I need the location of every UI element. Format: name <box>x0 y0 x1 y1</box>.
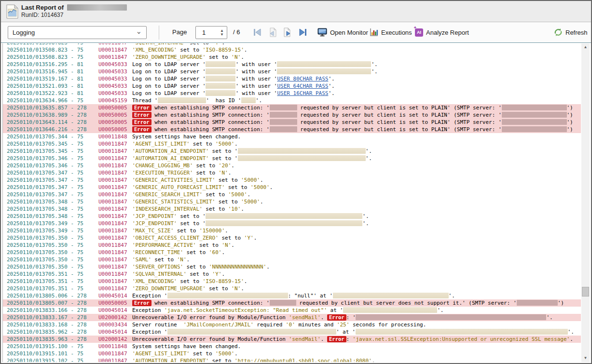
log-quoted-value: 'AUTOMATION_AI_ENDPOINT' <box>132 155 209 162</box>
previous-page-button[interactable] <box>267 27 278 38</box>
log-text: set to <box>225 184 250 190</box>
log-text: set to <box>177 47 203 53</box>
log-timestamp: 20250110/013705.350 - 75 <box>7 263 98 270</box>
log-text: Log on to LDAP server ' <box>132 76 206 82</box>
log-timestamp: 20250110/013833.167 - 278 <box>7 314 98 321</box>
scroll-up-button[interactable]: ▲ <box>581 43 590 51</box>
log-timestamp: 20250110/013705.347 - 75 <box>7 184 98 191</box>
page-down-button[interactable]: ▼ <box>220 33 224 37</box>
log-text: . <box>270 184 273 190</box>
log-quoted-value: 'Y' <box>212 43 222 46</box>
scroll-down-button[interactable]: ▼ <box>581 354 590 362</box>
log-row: 20250110/013705.346 - 75U00011847'AUTOMA… <box>3 155 581 162</box>
first-page-button[interactable] <box>251 27 263 38</box>
log-row: 20250110/013705.348 - 75U00011847'GENERI… <box>3 198 581 205</box>
log-row: 20250110/013519.167 - 81U00045033Log on … <box>3 75 581 82</box>
log-message-id: U00003434 <box>98 321 132 328</box>
log-text: set to <box>206 285 231 292</box>
log-message-id: U00011847 <box>98 227 132 234</box>
log-text: . <box>321 314 327 321</box>
log-quoted-value: 'JCP_ENDPOINT' <box>132 220 177 227</box>
log-link[interactable]: USER 64CHAR PASS <box>277 83 328 89</box>
log-timestamp: 20250110/013705.351 - 75 <box>7 285 98 292</box>
log-timestamp: 20250110/013705.348 - 75 <box>7 205 98 213</box>
log-message-id: U00050005 <box>98 104 132 111</box>
log-row: 20250110/013522.923 - 81U00045033Log on … <box>3 90 581 97</box>
log-quoted-value: 'SERVER_OPTIONS' <box>132 264 183 270</box>
log-quoted-value: '5000' <box>241 199 260 205</box>
log-message-id: U00011847 <box>98 176 132 184</box>
log-timestamp: 20250110/013516.945 - 81 <box>7 68 98 75</box>
log-row: 20250110/013705.349 - 75U00011847'MAX_TC… <box>3 227 581 234</box>
last-page-button[interactable] <box>297 27 309 38</box>
log-row: 20250110/013705.349 - 75U00011847'JCP_EN… <box>3 220 581 227</box>
log-text: ') <box>558 300 564 306</box>
log-text: : <box>346 336 353 342</box>
log-text: . <box>260 199 263 205</box>
log-text: '. <box>437 307 443 313</box>
log-quoted-value: 'ZERO_DOWNTIME_UPGRADE' <box>132 54 206 60</box>
log-text: required <box>254 322 286 328</box>
report-type-value: Logging <box>13 29 35 36</box>
log-text: '. <box>366 148 372 154</box>
log-quoted-value: 'EXECUTION_TRIGGER' <box>132 170 193 176</box>
ai-icon-label: AI <box>417 30 421 35</box>
log-timestamp: 20250110/013508.823 - 75 <box>7 46 98 54</box>
refresh-button[interactable]: Refresh <box>554 27 588 38</box>
log-row: 20250110/013915.102 - 75U00011847'AUTOMA… <box>3 357 581 362</box>
log-quoted-value: 'XML_ENCODING' <box>132 278 177 284</box>
log-message-id: U00011847 <box>98 184 132 191</box>
log-message-id: U00011847 <box>98 46 132 54</box>
log-row: 20250110/013705.348 - 75U00011847'JCP_EN… <box>3 213 581 220</box>
log-text: '. <box>366 155 372 162</box>
log-row: 20250110/013705.347 - 75U00011847'EXECUT… <box>3 169 581 176</box>
log-row: 20250110/013705.351 - 75U00011847'ZERO_D… <box>3 285 581 292</box>
log-message-id: U00011847 <box>98 191 132 198</box>
vertical-scrollbar[interactable]: ▲ ▼ <box>581 43 590 362</box>
log-message-id: U00045033 <box>98 90 132 97</box>
log-text: '. <box>328 76 334 82</box>
log-message-id: U00045033 <box>98 75 132 82</box>
log-message-id: U00045033 <box>98 61 132 68</box>
redacted-text <box>333 293 449 298</box>
log-quoted-value: 'N' <box>231 54 241 60</box>
log-text: ' with user ' <box>235 76 277 82</box>
log-text: Log on to LDAP server ' <box>132 83 206 89</box>
log-row: 20250110/013705.348 - 75U00011847'INDEXS… <box>3 205 581 213</box>
log-text: '. <box>371 68 377 75</box>
report-type-dropdown[interactable]: Logging ⌄ <box>8 26 147 39</box>
next-page-button[interactable] <box>282 27 293 38</box>
log-text: . <box>234 141 238 147</box>
log-link[interactable]: USER 80CHAR PASS <box>277 76 328 82</box>
open-monitor-button[interactable]: Open Monitor <box>317 27 368 38</box>
log-text: requested by server but client is set to… <box>297 112 502 118</box>
redacted-text <box>270 112 297 118</box>
ai-icon: ✦AI <box>415 28 423 37</box>
log-text: ' with user ' <box>235 61 277 67</box>
log-link[interactable]: USER 16CHAR PASS <box>277 90 328 96</box>
page-input[interactable]: 1 ▲ ▼ <box>195 26 227 39</box>
log-text: . <box>372 358 375 362</box>
log-quoted-value: '5000' <box>241 177 260 183</box>
log-text: . <box>244 47 248 53</box>
log-text: Unrecoverable I/O error found by Module/… <box>132 314 289 321</box>
log-text: . <box>260 177 263 183</box>
analyze-report-button[interactable]: ✦AI Analyze Report <box>415 27 469 38</box>
log-message-id: U00011847 <box>98 213 132 220</box>
log-timestamp: 20250110/013705.345 - 75 <box>7 140 98 148</box>
log-text: Log on to LDAP server ' <box>132 68 206 75</box>
error-badge: Error <box>132 126 151 133</box>
log-row: 20250110/013705.350 - 75U00011847'SAML' … <box>3 256 581 263</box>
log-text: ' at ' <box>336 329 356 335</box>
log-text: '. <box>256 97 262 104</box>
scroll-thumb[interactable] <box>582 287 589 297</box>
log-message-id: U00011847 <box>98 169 132 176</box>
log-row: 20250110/013516.945 - 81U00045033Log on … <box>3 68 581 75</box>
log-row: 20250110/013705.345 - 75U00011847'AUTOMA… <box>3 148 581 155</box>
log-row: 20250110/013705.347 - 75U00011847'GENERI… <box>3 184 581 191</box>
log-text: set to ' <box>209 155 238 162</box>
redacted-text <box>502 112 567 118</box>
executions-button[interactable]: Executions <box>370 27 412 38</box>
log-text: set to <box>190 351 215 357</box>
log-text: when establishing SMTP connection: ' <box>151 300 270 306</box>
